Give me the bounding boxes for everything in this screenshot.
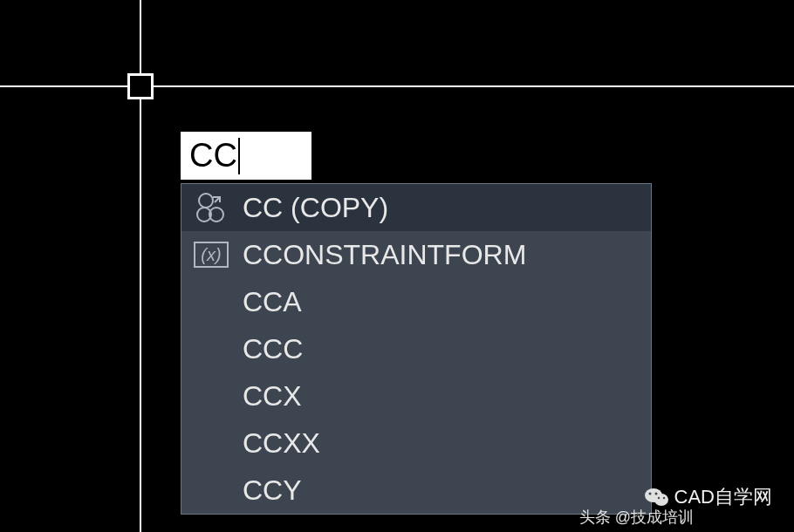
autocomplete-item-label: CCX <box>243 380 302 413</box>
empty-icon <box>190 328 232 370</box>
autocomplete-item-ccx[interactable]: CCX <box>181 372 651 419</box>
autocomplete-item-label: CCONSTRAINTFORM <box>243 239 526 271</box>
svg-point-5 <box>648 493 651 495</box>
autocomplete-item-cconstraintform[interactable]: (x) CCONSTRAINTFORM <box>181 231 651 278</box>
wechat-icon <box>644 486 670 508</box>
autocomplete-item-ccc[interactable]: CCC <box>181 325 651 372</box>
autocomplete-item-label: CCXX <box>243 427 320 460</box>
autocomplete-item-ccxx[interactable]: CCXX <box>181 419 651 467</box>
empty-icon <box>190 281 232 323</box>
svg-point-4 <box>654 494 668 506</box>
variable-icon: (x) <box>190 234 232 276</box>
copy-icon <box>190 187 232 228</box>
autocomplete-item-label: CC (COPY) <box>243 192 388 224</box>
svg-point-7 <box>657 497 659 499</box>
command-input[interactable]: CC <box>181 132 311 180</box>
watermark-bottom-text: 头条 @技成培训 <box>579 507 694 528</box>
crosshair-horizontal <box>0 85 794 87</box>
command-input-value: CC <box>189 137 237 174</box>
autocomplete-item-cca[interactable]: CCA <box>181 278 651 325</box>
empty-icon <box>190 422 232 464</box>
empty-icon <box>190 375 232 417</box>
crosshair-cursor-box <box>127 73 154 99</box>
text-cursor <box>238 138 240 174</box>
autocomplete-item-label: CCC <box>243 333 303 365</box>
empty-icon <box>190 469 232 511</box>
autocomplete-item-label: CCY <box>243 474 302 507</box>
svg-point-8 <box>662 497 664 499</box>
autocomplete-item-cc-copy[interactable]: CC (COPY) <box>181 184 651 231</box>
svg-point-6 <box>654 493 657 495</box>
autocomplete-item-label: CCA <box>243 286 302 318</box>
autocomplete-dropdown: CC (COPY) (x) CCONSTRAINTFORM CCA CCC CC… <box>181 183 652 515</box>
svg-point-0 <box>199 194 213 208</box>
